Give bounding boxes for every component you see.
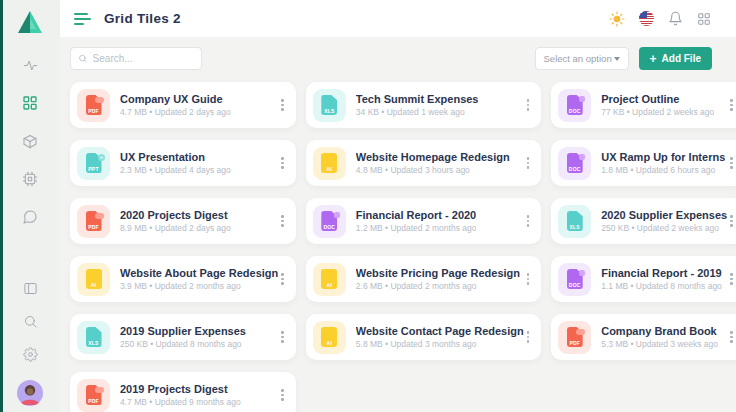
file-name: UX Ramp Up for Interns xyxy=(601,151,725,163)
file-type-label: AI xyxy=(321,166,337,172)
kebab-menu-icon[interactable] xyxy=(278,95,287,115)
page-title: Grid Tiles 2 xyxy=(104,11,181,26)
file-type-icon: DOC xyxy=(558,147,591,180)
activity-icon xyxy=(22,58,39,77)
cpu-icon xyxy=(22,171,38,191)
file-name: Website About Page Redesign xyxy=(120,267,278,279)
kebab-menu-icon[interactable] xyxy=(278,327,287,347)
file-type-label: PDF xyxy=(86,398,102,404)
file-type-label: PPT xyxy=(86,166,102,172)
toolbar-right: Select an option + Add File xyxy=(535,47,712,70)
kebab-menu-icon[interactable] xyxy=(727,153,736,173)
apps-grid-icon[interactable] xyxy=(696,11,712,27)
search-box[interactable] xyxy=(70,47,202,70)
file-glyph-icon: XLS xyxy=(86,327,102,347)
file-type-icon: XLS xyxy=(313,89,346,122)
file-type-label: AI xyxy=(86,282,102,288)
file-card[interactable]: DOC Financial Report - 2019 1.1 MB • Upd… xyxy=(551,256,736,302)
file-text: Company UX Guide 4.7 MB • Updated 2 days… xyxy=(120,93,231,118)
file-type-label: XLS xyxy=(86,340,102,346)
file-name: Project Outline xyxy=(601,93,714,105)
file-card[interactable]: XLS 2019 Supplier Expenses 250 KB • Upda… xyxy=(70,314,296,360)
file-meta: 2.6 MB • Updated 2 months ago xyxy=(356,281,520,291)
sidebar-item-search[interactable] xyxy=(18,314,42,332)
file-text: Financial Report - 2020 1.2 MB • Updated… xyxy=(356,209,477,234)
kebab-menu-icon[interactable] xyxy=(727,211,736,231)
main-area: Grid Tiles 2 xyxy=(60,0,736,412)
kebab-menu-icon[interactable] xyxy=(727,327,736,347)
file-name: Website Homepage Redesign xyxy=(356,151,510,163)
kebab-menu-icon[interactable] xyxy=(278,153,287,173)
file-card[interactable]: DOC Financial Report - 2020 1.2 MB • Upd… xyxy=(306,198,541,244)
file-type-label: DOC xyxy=(567,166,583,172)
bell-icon[interactable] xyxy=(667,11,683,27)
sidebar-item-activity[interactable] xyxy=(18,58,42,76)
hamburger-menu-icon[interactable] xyxy=(74,13,92,25)
file-card[interactable]: AI Website About Page Redesign 3.9 MB • … xyxy=(70,256,296,302)
file-badge-decoration-icon xyxy=(95,213,104,219)
us-flag-icon[interactable] xyxy=(638,11,654,27)
sidebar-item-packages[interactable] xyxy=(18,134,42,152)
file-card[interactable]: AI Website Pricing Page Redesign 2.6 MB … xyxy=(306,256,541,302)
file-type-label: DOC xyxy=(321,224,337,230)
app-logo[interactable] xyxy=(17,10,43,34)
kebab-menu-icon[interactable] xyxy=(727,269,736,289)
plus-icon: + xyxy=(650,53,657,65)
kebab-menu-icon[interactable] xyxy=(278,211,287,231)
sidebar-item-grid-tiles[interactable] xyxy=(18,96,42,114)
file-card[interactable]: PDF 2019 Projects Digest 4.7 MB • Update… xyxy=(70,372,296,412)
file-meta: 3.9 MB • Updated 2 months ago xyxy=(120,281,278,291)
file-type-label: DOC xyxy=(567,108,583,114)
file-card[interactable]: AI Website Contact Page Redesign 5.8 MB … xyxy=(306,314,541,360)
file-card[interactable]: DOC UX Ramp Up for Interns 1.8 MB • Upda… xyxy=(551,140,736,186)
triangle-logo-icon xyxy=(17,10,43,34)
file-text: 2019 Projects Digest 4.7 MB • Updated 9 … xyxy=(120,383,241,408)
sidebar-item-panels[interactable] xyxy=(18,281,42,299)
file-name: Financial Report - 2020 xyxy=(356,209,477,221)
sidebar-item-system[interactable] xyxy=(18,172,42,190)
file-card[interactable]: PDF Company Brand Book 5.3 MB • Updated … xyxy=(551,314,736,360)
file-text: UX Presentation 2.3 MB • Updated 4 days … xyxy=(120,151,231,176)
add-file-label: Add File xyxy=(662,53,701,64)
toolbar: Select an option + Add File xyxy=(70,47,712,70)
file-card[interactable]: PDF 2020 Projects Digest 8.9 MB • Update… xyxy=(70,198,296,244)
top-header: Grid Tiles 2 xyxy=(60,0,736,37)
user-avatar[interactable] xyxy=(17,380,43,406)
file-badge-decoration-icon xyxy=(98,154,105,161)
file-text: 2020 Supplier Expenses 250 KB • Updated … xyxy=(601,209,727,234)
kebab-menu-icon[interactable] xyxy=(524,211,533,231)
file-meta: 1.2 MB • Updated 2 months ago xyxy=(356,223,477,233)
file-type-label: AI xyxy=(321,340,337,346)
add-file-button[interactable]: + Add File xyxy=(639,47,712,70)
sidebar-item-settings[interactable] xyxy=(18,347,42,365)
file-card[interactable]: XLS Tech Summit Expenses 34 KB • Updated… xyxy=(306,82,541,128)
kebab-menu-icon[interactable] xyxy=(524,153,533,173)
kebab-menu-icon[interactable] xyxy=(524,95,533,115)
file-type-label: PDF xyxy=(86,108,102,114)
kebab-menu-icon[interactable] xyxy=(727,95,736,115)
file-card[interactable]: PPT UX Presentation 2.3 MB • Updated 4 d… xyxy=(70,140,296,186)
search-input[interactable] xyxy=(93,53,194,64)
file-meta: 250 KB • Updated 2 weeks ago xyxy=(601,223,727,233)
file-text: Website Contact Page Redesign 5.8 MB • U… xyxy=(356,325,524,350)
file-name: Tech Summit Expenses xyxy=(356,93,479,105)
file-card[interactable]: XLS 2020 Supplier Expenses 250 KB • Upda… xyxy=(551,198,736,244)
file-card[interactable]: PDF Company UX Guide 4.7 MB • Updated 2 … xyxy=(70,82,296,128)
kebab-menu-icon[interactable] xyxy=(524,269,533,289)
file-meta: 77 KB • Updated 2 weeks ago xyxy=(601,107,714,117)
kebab-menu-icon[interactable] xyxy=(278,385,287,405)
kebab-menu-icon[interactable] xyxy=(524,327,533,347)
file-card[interactable]: DOC Project Outline 77 KB • Updated 2 we… xyxy=(551,82,736,128)
search-icon xyxy=(78,53,88,64)
sun-icon[interactable] xyxy=(609,11,625,27)
file-glyph-icon: AI xyxy=(321,269,337,289)
file-type-icon: XLS xyxy=(558,205,591,238)
file-card[interactable]: AI Website Homepage Redesign 4.8 MB • Up… xyxy=(306,140,541,186)
kebab-menu-icon[interactable] xyxy=(278,269,287,289)
file-type-select[interactable]: Select an option xyxy=(535,47,629,70)
file-name: Company Brand Book xyxy=(601,325,718,337)
file-text: Financial Report - 2019 1.1 MB • Updated… xyxy=(601,267,722,292)
file-badge-decoration-icon xyxy=(334,212,340,218)
file-badge-decoration-icon xyxy=(579,96,585,102)
sidebar-item-messages[interactable] xyxy=(18,210,42,228)
